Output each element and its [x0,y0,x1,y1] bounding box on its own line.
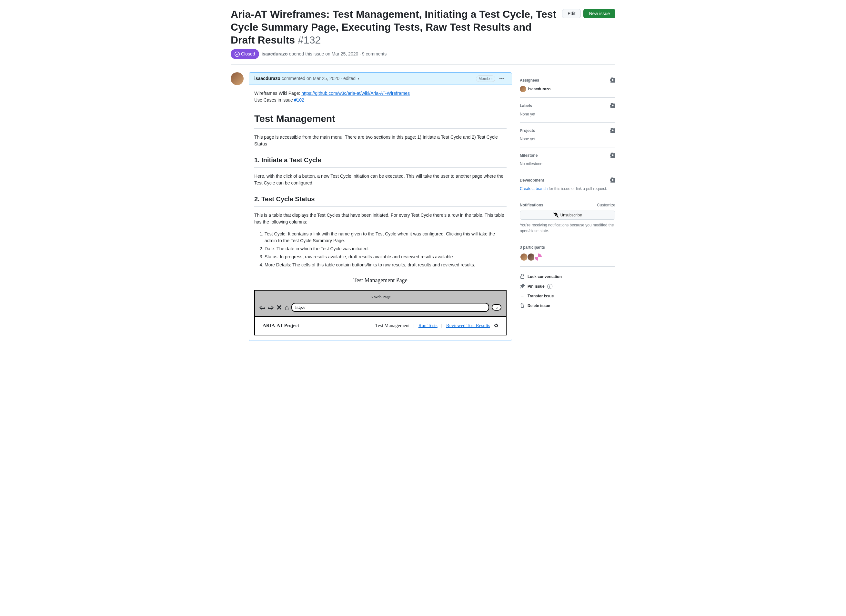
issue-meta: isaacdurazo opened this issue on Mar 25,… [262,51,387,57]
chevron-down-icon[interactable]: ▼ [357,76,360,81]
create-branch-link[interactable]: Create a branch [520,186,548,191]
comment-header: isaacdurazo commented on Mar 25, 2020 · … [249,73,512,85]
notifications-title: Notifications [520,202,543,208]
participant-avatar[interactable] [534,253,542,261]
list-item: More Details: The cells of this table co… [264,261,507,268]
list-item: Date: The date in which the Test Cycle w… [264,245,507,252]
wf-brand: ARIA-AT Project [263,322,299,329]
projects-title: Projects [520,128,535,133]
comment-date[interactable]: on Mar 25, 2020 [307,75,339,82]
heading-status: 2. Test Cycle Status [254,194,507,207]
wireframe-image: A Web Page ⇦ ⇨ ✕ ⌂ http:// ⌕ [254,290,507,336]
unsubscribe-button[interactable]: Unsubscribe [520,211,615,220]
usecase-link[interactable]: #102 [294,97,304,103]
issue-title-text: Aria-AT Wireframes: Test Management, Ini… [231,8,556,46]
state-text: Closed [241,51,255,57]
edit-button[interactable]: Edit [562,9,581,18]
gear-icon[interactable] [610,177,615,183]
trash-icon [520,303,525,309]
wf-gear-icon: ✿ [494,322,498,330]
heading-test-management: Test Management [254,111,507,129]
projects-value: None yet [520,136,615,142]
state-badge: Closed [231,49,259,59]
wireframe-title: Test Management Page [254,273,507,287]
labels-value: None yet [520,111,615,117]
issue-author[interactable]: isaacdurazo [262,51,288,56]
assignees-title: Assignees [520,78,539,83]
info-icon[interactable]: i [547,284,552,289]
assignee-name[interactable]: isaacdurazo [528,86,551,92]
edited-label[interactable]: edited [343,75,355,82]
transfer-issue-button[interactable]: → Transfer issue [520,291,615,301]
milestone-title: Milestone [520,153,538,158]
list-item: Status: In progress, raw results availab… [264,254,507,260]
member-badge: Member [476,75,495,82]
notifications-desc: You're receiving notifications because y… [520,222,615,234]
delete-issue-button[interactable]: Delete issue [520,301,615,311]
columns-list: Test Cycle: It contains a link with the … [254,230,507,268]
customize-link[interactable]: Customize [597,202,615,208]
pin-icon [520,283,525,289]
wf-nav-run-tests: Run Tests [419,322,438,329]
search-icon: ⌕ [492,304,501,311]
wf-browser-title: A Web Page [259,294,501,300]
gear-icon[interactable] [610,103,615,109]
kebab-icon[interactable]: ••• [496,75,507,82]
para-initiate: Here, with the click of a button, a new … [254,173,507,186]
para-status: This is a table that displays the Test C… [254,212,507,226]
lock-icon [520,274,525,280]
avatar[interactable] [231,72,244,85]
issue-title: Aria-AT Wireframes: Test Management, Ini… [231,8,557,47]
labels-title: Labels [520,103,532,109]
close-x-icon: ✕ [276,302,282,313]
wf-nav-reviewed: Reviewed Test Results [446,322,490,329]
participants-title: 3 participants [520,245,545,250]
list-item: Test Cycle: It contains a link with the … [264,230,507,244]
wf-url-bar: http:// [291,303,489,312]
new-issue-button[interactable]: New issue [583,9,615,18]
wiki-link[interactable]: https://github.com/w3c/aria-at/wiki/Aria… [301,91,410,96]
arrow-right-icon: → [520,293,525,299]
para-test-management: This page is accessible from the main me… [254,134,507,147]
wf-nav-test-management: Test Management [375,322,410,329]
milestone-value: No milestone [520,161,615,167]
assignee-avatar[interactable] [520,86,526,92]
issue-number: #132 [298,34,321,46]
development-title: Development [520,177,544,183]
comment-action: commented [282,75,305,82]
gear-icon[interactable] [610,153,615,158]
lock-conversation-button[interactable]: Lock conversation [520,272,615,282]
closed-icon [235,51,240,57]
comment-author[interactable]: isaacdurazo [254,75,281,82]
gear-icon[interactable] [610,78,615,83]
pin-issue-button[interactable]: Pin issue i [520,282,615,291]
bell-slash-icon [553,213,558,218]
comment-body: Wireframes Wiki Page: https://github.com… [249,85,512,340]
heading-initiate: 1. Initiate a Test Cycle [254,155,507,168]
home-icon: ⌂ [285,302,289,313]
gear-icon[interactable] [610,128,615,133]
forward-arrow-icon: ⇨ [268,302,274,313]
back-arrow-icon: ⇦ [259,302,265,313]
development-text: for this issue or link a pull request. [548,186,607,191]
